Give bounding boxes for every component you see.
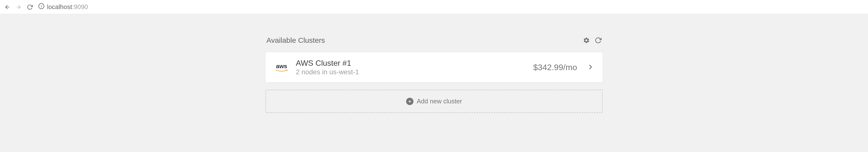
panel-header: Available Clusters — [266, 36, 602, 44]
panel-actions — [583, 37, 601, 44]
cluster-card[interactable]: aws AWS Cluster #1 2 nodes in us-west-1 … — [266, 52, 602, 82]
page-title: Available Clusters — [267, 36, 325, 44]
gear-icon[interactable] — [583, 37, 590, 44]
cluster-price: $342.99/mo — [533, 63, 577, 72]
address-bar[interactable]: localhost:9090 — [38, 3, 88, 11]
browser-toolbar: localhost:9090 — [0, 0, 868, 14]
back-icon[interactable] — [4, 4, 10, 10]
page-content: Available Clusters aws AWS Cluster #1 — [0, 14, 868, 127]
provider-label: aws — [276, 63, 287, 70]
aws-swoosh-icon — [276, 69, 288, 72]
url-port: :9090 — [72, 3, 88, 10]
cluster-info: AWS Cluster #1 2 nodes in us-west-1 — [296, 59, 533, 76]
plus-circle-icon — [406, 98, 413, 105]
add-cluster-label: Add new cluster — [417, 98, 462, 105]
clusters-panel: Available Clusters aws AWS Cluster #1 — [266, 36, 602, 113]
add-cluster-button[interactable]: Add new cluster — [266, 90, 602, 113]
url-host: localhost — [47, 3, 72, 10]
forward-icon[interactable] — [16, 4, 22, 10]
cluster-subtitle: 2 nodes in us-west-1 — [296, 68, 533, 76]
reload-icon[interactable] — [27, 4, 33, 10]
aws-logo: aws — [274, 63, 289, 72]
info-icon — [38, 3, 44, 11]
refresh-icon[interactable] — [595, 37, 601, 44]
cluster-name: AWS Cluster #1 — [296, 59, 533, 68]
chevron-right-icon — [587, 63, 594, 72]
